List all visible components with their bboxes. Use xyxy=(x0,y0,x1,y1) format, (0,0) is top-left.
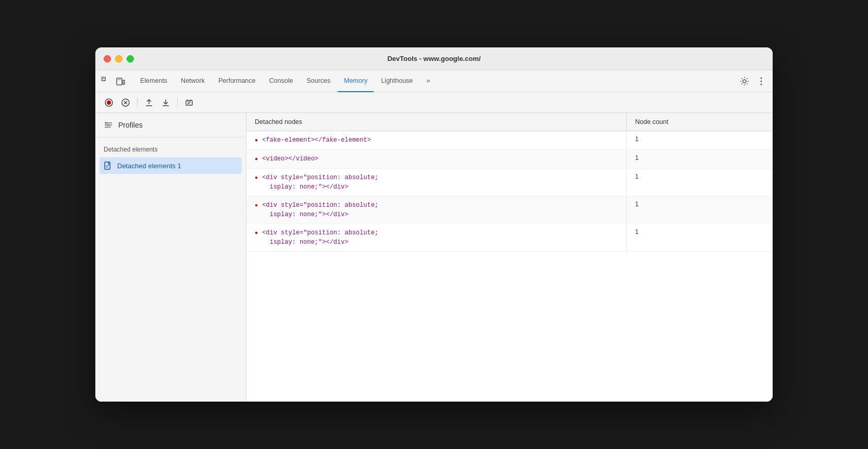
svg-point-5 xyxy=(743,80,746,83)
cell-count-1: 1 xyxy=(627,150,773,168)
tab-bar: Elements Network Performance Console Sou… xyxy=(95,70,773,92)
table-row[interactable]: ● <div style="position: absolute; isplay… xyxy=(246,196,773,224)
col-count-header: Node count xyxy=(627,113,773,131)
traffic-lights xyxy=(104,55,134,63)
svg-rect-2 xyxy=(117,78,122,85)
devtools-window: DevTools - www.google.com/ Elements xyxy=(95,47,773,402)
main-content: Profiles Detached elements Detached elem… xyxy=(95,113,773,402)
svg-rect-18 xyxy=(186,101,192,105)
table-row[interactable]: ● <fake-element></fake-element> 1 xyxy=(246,131,773,150)
settings-icon[interactable] xyxy=(737,74,752,89)
minimize-button[interactable] xyxy=(115,55,122,63)
svg-point-8 xyxy=(761,83,762,85)
tab-memory[interactable]: Memory xyxy=(338,70,374,92)
tab-performance[interactable]: Performance xyxy=(212,70,262,92)
svg-point-7 xyxy=(761,80,762,82)
maximize-button[interactable] xyxy=(127,55,134,63)
node-text-1: <video></video> xyxy=(262,154,318,164)
sidebar-header: Profiles xyxy=(95,113,246,138)
table-header: Detached nodes Node count xyxy=(246,113,773,131)
cell-count-0: 1 xyxy=(627,131,773,149)
sidebar: Profiles Detached elements Detached elem… xyxy=(95,113,246,402)
cell-node-4: ● <div style="position: absolute; isplay… xyxy=(246,224,627,251)
profiles-icon xyxy=(104,120,113,130)
svg-rect-0 xyxy=(102,77,105,81)
tab-elements[interactable]: Elements xyxy=(134,70,173,92)
cell-count-2: 1 xyxy=(627,169,773,196)
more-options-icon[interactable] xyxy=(754,74,768,89)
cell-count-3: 1 xyxy=(627,196,773,223)
col-nodes-header: Detached nodes xyxy=(246,113,627,131)
table-row[interactable]: ● <div style="position: absolute; isplay… xyxy=(246,224,773,252)
table-row[interactable]: ● <div style="position: absolute; isplay… xyxy=(246,169,773,196)
cell-node-2: ● <div style="position: absolute; isplay… xyxy=(246,169,627,196)
sidebar-item-label: Detached elements 1 xyxy=(117,162,181,170)
bullet-icon-0: ● xyxy=(255,137,258,143)
device-toolbar-icon[interactable] xyxy=(114,75,127,88)
bullet-icon-1: ● xyxy=(255,156,258,161)
sidebar-item-detached-1[interactable]: Detached elements 1 xyxy=(100,157,242,174)
upload-button[interactable] xyxy=(142,95,156,110)
tab-network[interactable]: Network xyxy=(175,70,211,92)
window-title: DevTools - www.google.com/ xyxy=(387,55,480,63)
cell-node-3: ● <div style="position: absolute; isplay… xyxy=(246,196,627,223)
toolbar-divider-2 xyxy=(177,97,178,108)
tab-more[interactable]: » xyxy=(420,70,437,92)
tab-bar-actions xyxy=(737,74,768,89)
node-text-0: <fake-element></fake-element> xyxy=(262,135,371,145)
svg-point-10 xyxy=(107,101,111,105)
bullet-icon-2: ● xyxy=(255,174,258,180)
record-button[interactable] xyxy=(102,95,116,110)
section-detached-elements: Detached elements xyxy=(95,138,246,157)
close-button[interactable] xyxy=(104,55,111,63)
title-bar: DevTools - www.google.com/ xyxy=(95,47,773,70)
node-text-3: <div style="position: absolute; isplay: … xyxy=(262,201,378,219)
bullet-icon-4: ● xyxy=(255,230,258,235)
tab-console[interactable]: Console xyxy=(263,70,300,92)
table-row[interactable]: ● <video></video> 1 xyxy=(246,150,773,169)
svg-rect-3 xyxy=(123,80,125,84)
tab-bar-icons xyxy=(100,75,127,88)
profiles-title: Profiles xyxy=(118,121,143,129)
inspect-element-icon[interactable] xyxy=(100,75,112,88)
bullet-icon-3: ● xyxy=(255,202,258,208)
cell-node-1: ● <video></video> xyxy=(246,150,627,168)
toolbar-divider-1 xyxy=(137,97,138,108)
tab-lighthouse[interactable]: Lighthouse xyxy=(375,70,419,92)
node-text-2: <div style="position: absolute; isplay: … xyxy=(262,173,378,192)
clear-button[interactable] xyxy=(182,95,196,110)
table-area: Detached nodes Node count ● <fake-elemen… xyxy=(246,113,773,402)
memory-toolbar xyxy=(95,92,773,113)
node-text-4: <div style="position: absolute; isplay: … xyxy=(262,228,378,247)
svg-point-6 xyxy=(761,77,762,79)
file-icon xyxy=(104,161,112,170)
cell-node-0: ● <fake-element></fake-element> xyxy=(246,131,627,149)
table-body: ● <fake-element></fake-element> 1 ● <vid… xyxy=(246,131,773,402)
download-button[interactable] xyxy=(158,95,173,110)
stop-button[interactable] xyxy=(118,95,133,110)
tab-sources[interactable]: Sources xyxy=(300,70,337,92)
cell-count-4: 1 xyxy=(627,224,773,251)
